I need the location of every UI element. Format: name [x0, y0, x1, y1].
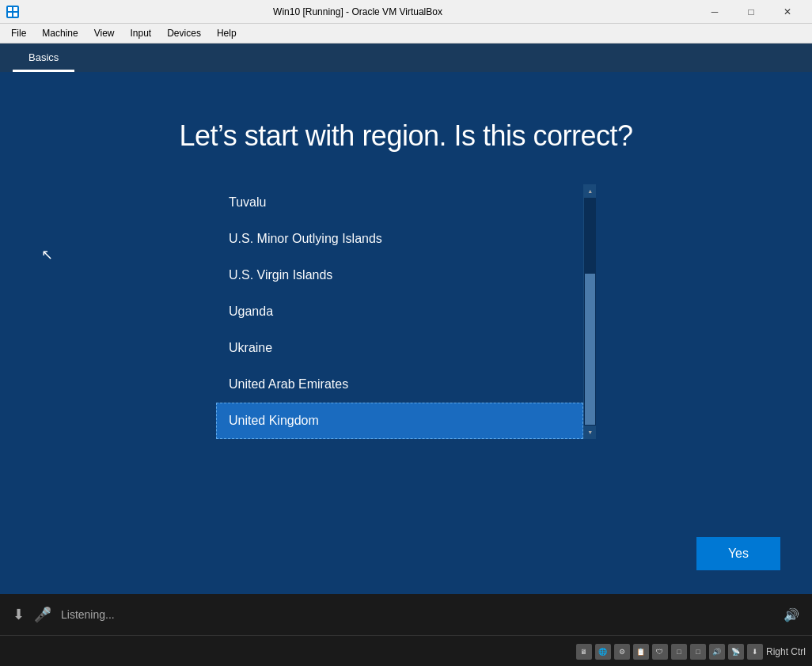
list-item-us-virgin[interactable]: U.S. Virgin Islands: [216, 257, 583, 293]
taskbar-icon-3: ⚙: [614, 644, 630, 660]
svg-rect-0: [8, 7, 12, 11]
menu-view[interactable]: View: [86, 25, 123, 41]
taskbar-icon-4: 📋: [633, 644, 649, 660]
taskbar-icon-1: 🖥: [576, 644, 592, 660]
volume-icon: 🔊: [784, 607, 799, 622]
taskbar-icon-6: □: [671, 644, 687, 660]
scrollbar-track[interactable]: ▲ ▼: [583, 184, 596, 439]
tab-basics[interactable]: Basics: [13, 45, 74, 72]
scroll-down-button[interactable]: ▼: [584, 426, 596, 439]
app-icon: [6, 6, 19, 18]
taskbar-icon-9: 📡: [728, 644, 744, 660]
right-ctrl-label: Right Ctrl: [766, 646, 806, 657]
restore-button[interactable]: □: [733, 0, 769, 24]
region-list[interactable]: Tuvalu U.S. Minor Outlying Islands U.S. …: [216, 184, 583, 439]
svg-rect-2: [8, 13, 12, 17]
page-title: Let’s start with region. Is this correct…: [179, 119, 632, 153]
tab-bar: Basics: [0, 44, 812, 72]
menu-help[interactable]: Help: [209, 25, 245, 41]
menu-devices[interactable]: Devices: [159, 25, 209, 41]
window-title: Win10 [Running] - Oracle VM VirtualBox: [25, 6, 690, 17]
taskbar-system-tray: 🖥 🌐 ⚙ 📋 🛡 □ □ 🔊 📡 ⬇ Right Ctrl: [576, 644, 809, 660]
menu-file[interactable]: File: [3, 25, 34, 41]
scrollbar-thumb[interactable]: [585, 274, 595, 425]
list-item-uganda[interactable]: Uganda: [216, 293, 583, 330]
menu-bar: File Machine View Input Devices Help: [0, 24, 812, 44]
taskbar-icon-8: 🔊: [709, 644, 725, 660]
window-controls: ─ □ ✕: [696, 0, 806, 24]
taskbar-icon-7: □: [690, 644, 706, 660]
taskbar-icon-10: ⬇: [747, 644, 763, 660]
yes-button[interactable]: Yes: [696, 537, 780, 570]
svg-rect-3: [13, 13, 17, 17]
windows-taskbar: 🖥 🌐 ⚙ 📋 🛡 □ □ 🔊 📡 ⬇ Right Ctrl: [0, 635, 812, 666]
vm-bottom-bar: ⬇ 🎤 Listening... 🔊: [0, 594, 812, 635]
list-item-tuvalu[interactable]: Tuvalu: [216, 184, 583, 221]
list-item-uae[interactable]: United Arab Emirates: [216, 366, 583, 403]
taskbar-icon-5: 🛡: [652, 644, 668, 660]
list-item-ukraine[interactable]: Ukraine: [216, 330, 583, 366]
scroll-space-top: [584, 198, 596, 273]
vm-content-area: ↖ Let’s start with region. Is this corre…: [0, 72, 812, 594]
title-bar: Win10 [Running] - Oracle VM VirtualBox ─…: [0, 0, 812, 24]
minimize-button[interactable]: ─: [696, 0, 733, 24]
menu-input[interactable]: Input: [123, 25, 160, 41]
menu-machine[interactable]: Machine: [34, 25, 85, 41]
scroll-up-button[interactable]: ▲: [584, 184, 596, 198]
microphone-icon: 🎤: [34, 606, 51, 623]
listening-status: Listening...: [61, 608, 774, 621]
list-item-uk[interactable]: United Kingdom: [216, 403, 583, 439]
download-icon: ⬇: [13, 606, 25, 623]
svg-rect-1: [13, 7, 17, 11]
close-button[interactable]: ✕: [769, 0, 806, 24]
region-list-container: Tuvalu U.S. Minor Outlying Islands U.S. …: [216, 184, 596, 439]
taskbar-icon-2: 🌐: [595, 644, 611, 660]
list-item-us-minor[interactable]: U.S. Minor Outlying Islands: [216, 221, 583, 257]
mouse-cursor: ↖: [41, 246, 53, 263]
